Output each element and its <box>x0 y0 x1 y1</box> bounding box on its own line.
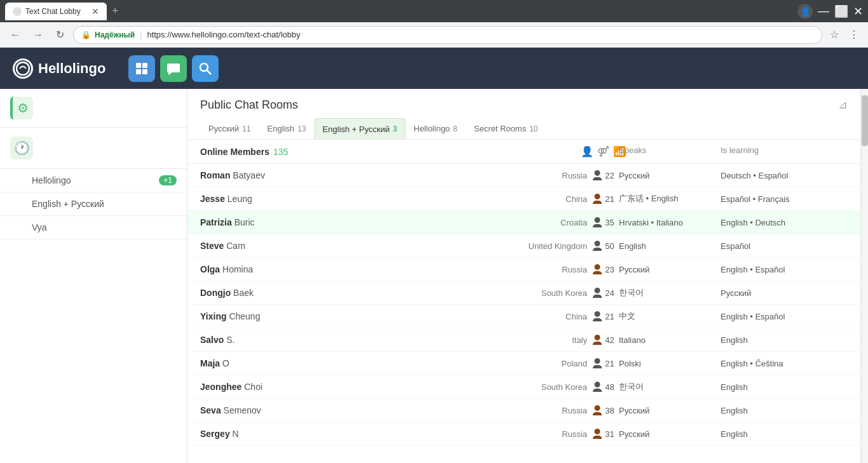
person-icon: 👤 <box>581 145 593 158</box>
table-row[interactable]: Patrizia Buric Croatia 35 Hrvatski • Ita… <box>187 211 860 234</box>
sidebar-item-english-russian[interactable]: English + Русский <box>0 192 187 216</box>
svg-point-15 <box>595 358 600 364</box>
sidebar-item-hellolingo[interactable]: Hellolingo +1 <box>0 169 187 192</box>
header-icons <box>128 55 219 82</box>
tab-english[interactable]: English 13 <box>259 118 315 139</box>
address-bar[interactable]: 🔒 Надёжный | https://www.hellolingo.com/… <box>73 26 822 44</box>
member-name: Dongjo Baek <box>200 288 485 298</box>
member-country: South Korea <box>485 288 587 298</box>
filter-button[interactable]: ⊿ <box>838 98 848 112</box>
table-row[interactable]: Sergey N Russia 31 Русский English <box>187 422 860 446</box>
sidebar-item-vya-label: Vya <box>32 222 47 232</box>
tab-russian-count: 11 <box>242 124 250 133</box>
member-name: Sergey N <box>200 429 485 439</box>
scrollbar-thumb[interactable] <box>862 95 868 146</box>
member-speaks: Русский <box>619 406 721 415</box>
browser-nav: ← → ↻ 🔒 Надёжный | https://www.helloling… <box>0 22 868 48</box>
svg-point-8 <box>595 194 600 199</box>
svg-point-5 <box>200 64 208 71</box>
bookmark-button[interactable]: ☆ <box>827 26 841 43</box>
table-row[interactable]: Salvo S. Italy 42 Italiano English <box>187 328 860 352</box>
close-window-button[interactable]: ✕ <box>853 4 863 18</box>
forward-button[interactable]: → <box>29 27 47 43</box>
tab-russian[interactable]: Русский 11 <box>200 118 259 139</box>
browser-tab[interactable]: Text Chat Lobby ✕ <box>5 3 107 20</box>
back-button[interactable]: ← <box>6 27 24 43</box>
table-row[interactable]: Steve Cam United Kingdom 50 English Espa… <box>187 234 860 258</box>
content-area: Public Chat Rooms ⊿ Русский 11 English 1… <box>187 89 860 463</box>
table-row[interactable]: Roman Batyaev Russia 22 Русский Deutsch … <box>187 164 860 187</box>
user-icon: 👤 <box>797 4 813 19</box>
sidebar-item-vya[interactable]: Vya <box>0 216 187 239</box>
member-speaks: 한국어 <box>619 381 721 393</box>
member-learning: English <box>721 382 848 392</box>
member-country: China <box>485 312 587 321</box>
sidebar-settings: ⚙ <box>0 89 187 128</box>
member-name: Yixing Cheung <box>200 311 485 321</box>
member-speaks: English <box>619 241 721 251</box>
tab-english-russian-count: 3 <box>393 124 397 133</box>
member-learning: English • Español <box>721 312 848 321</box>
svg-point-13 <box>595 311 600 317</box>
member-name: Seva Semenov <box>200 405 485 415</box>
tab-close-button[interactable]: ✕ <box>92 6 99 17</box>
member-avatar-age: 23 <box>587 264 619 275</box>
table-row[interactable]: Seva Semenov Russia 38 Русский English <box>187 399 860 422</box>
search-icon-button[interactable] <box>192 55 219 82</box>
chat-icon-button[interactable] <box>160 55 187 82</box>
svg-point-9 <box>595 217 600 223</box>
member-learning: English • Čeština <box>721 359 848 368</box>
table-row[interactable]: Jeonghee Choi South Korea 48 한국어 English <box>187 375 860 399</box>
col-members-title: Online Members <box>200 147 269 157</box>
member-avatar-age: 31 <box>587 428 619 440</box>
table-row[interactable]: Olga Homina Russia 23 Русский English • … <box>187 258 860 281</box>
tab-english-russian-label: English + Русский <box>323 124 390 134</box>
tab-hellolingo-count: 8 <box>453 124 458 133</box>
member-country: Italy <box>485 335 587 345</box>
new-tab-button[interactable]: + <box>112 4 119 18</box>
svg-rect-4 <box>142 69 147 74</box>
table-row[interactable]: Jesse Leung China 21 广东话 • English Españ… <box>187 187 860 211</box>
tab-secret-rooms[interactable]: Secret Rooms 10 <box>466 118 546 139</box>
scrollbar-track[interactable] <box>860 89 868 463</box>
member-avatar-age: 22 <box>587 170 619 181</box>
settings-button[interactable]: ⚙ <box>10 97 33 119</box>
member-learning: Español <box>721 241 848 251</box>
refresh-button[interactable]: ↻ <box>52 26 68 43</box>
col-speaks-header: Speaks <box>619 145 721 158</box>
table-row[interactable]: Dongjo Baek South Korea 24 한국어 Русский <box>187 281 860 305</box>
sidebar-item-hellolingo-badge: +1 <box>159 175 177 185</box>
member-avatar-age: 42 <box>587 334 619 346</box>
svg-point-14 <box>595 335 600 340</box>
table-row[interactable]: Yixing Cheung China 21 中文 English • Espa… <box>187 305 860 328</box>
app-header: Hellolingo <box>0 48 868 89</box>
lock-icon: 🔒 <box>81 30 91 39</box>
tab-hellolingo[interactable]: Hellolingo 8 <box>405 118 466 139</box>
minimize-button[interactable]: — <box>818 4 829 18</box>
member-name: Olga Homina <box>200 264 485 274</box>
member-country: Poland <box>485 359 587 368</box>
svg-point-17 <box>595 405 600 411</box>
sidebar-item-english-russian-label: English + Русский <box>32 199 104 209</box>
member-country: Croatia <box>485 218 587 227</box>
svg-point-18 <box>595 429 600 434</box>
member-country: Russia <box>485 265 587 274</box>
svg-point-11 <box>595 264 600 270</box>
member-learning: English <box>721 429 848 439</box>
member-speaks: Hrvatski • Italiano <box>619 218 721 227</box>
menu-button[interactable]: ⋮ <box>846 26 862 43</box>
maximize-button[interactable]: ⬜ <box>834 4 848 18</box>
table-row[interactable]: Maja O Poland 21 Polski English • Češtin… <box>187 352 860 375</box>
member-avatar-age: 24 <box>587 287 619 299</box>
tab-english-label: English <box>268 124 295 133</box>
logo[interactable]: Hellolingo <box>13 58 105 79</box>
col-learning-header: Is learning <box>721 145 848 158</box>
windows-icon-button[interactable] <box>128 55 155 82</box>
member-avatar-age: 38 <box>587 405 619 416</box>
content-header: Public Chat Rooms ⊿ Русский 11 English 1… <box>187 89 860 140</box>
member-name: Patrizia Buric <box>200 217 485 227</box>
tab-russian-label: Русский <box>208 124 239 133</box>
sidebar-history-button[interactable]: 🕐 <box>0 128 187 169</box>
member-speaks: Русский <box>619 429 721 439</box>
tab-english-russian[interactable]: English + Русский 3 <box>315 118 405 139</box>
